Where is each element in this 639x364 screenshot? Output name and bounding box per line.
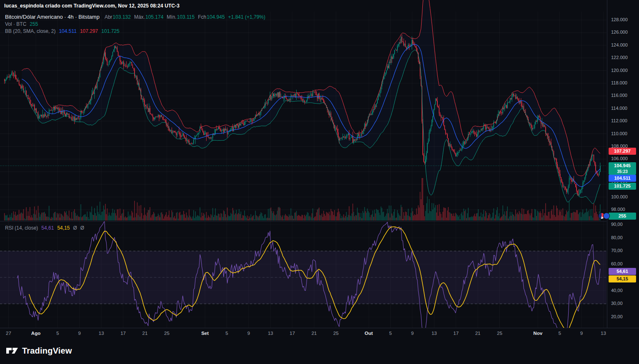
- tradingview-logo-icon: [6, 346, 18, 356]
- time-axis-day-label: 13: [93, 331, 110, 336]
- axis-tick-label: 106.000: [611, 156, 628, 161]
- axis-tick-label: 80,00: [611, 235, 623, 240]
- rsi-ma-value: 54,15: [57, 225, 70, 231]
- tradingview-watermark[interactable]: TradingView: [6, 346, 72, 356]
- close-pair: Fch104.945: [198, 14, 225, 20]
- bb-lower-value: 101.725: [101, 28, 119, 34]
- close-value: 104.945: [207, 14, 225, 20]
- rsi-legend[interactable]: RSI (14, close) 54,61 54,15 Ø Ø: [5, 225, 84, 231]
- volume-value: 255: [30, 21, 38, 27]
- rsi-value: 54,61: [41, 225, 54, 231]
- time-axis-day-label: 25: [328, 331, 344, 336]
- bb-basis-tag: 104.511: [609, 175, 636, 182]
- time-axis-month-label: Set: [197, 331, 213, 336]
- axis-tick-label: 110.000: [611, 131, 627, 136]
- bb-basis-value: 104.511: [59, 28, 77, 34]
- time-axis-day-label: 13: [426, 331, 442, 336]
- bb-upper-tag: 107.297: [609, 148, 636, 155]
- attribution-bar: lucas_espindola criado com TradingView.c…: [0, 0, 639, 12]
- time-axis-day-label: 25: [158, 331, 175, 336]
- volume-legend[interactable]: Vol · BTC 255: [5, 21, 38, 27]
- time-axis-day-label: 5: [382, 331, 399, 336]
- high-value: 105.174: [145, 14, 163, 20]
- axis-tick-label: 128.000: [611, 17, 628, 22]
- open-value: 103.132: [113, 14, 131, 20]
- rsi-label: RSI (14, close): [5, 225, 38, 231]
- axis-tick-label: 126.000: [611, 30, 628, 35]
- rsi-value-tag: 54,61: [609, 268, 636, 275]
- bollinger-label: BB (20, SMA, close, 2): [5, 28, 55, 34]
- axis-tick-label: 30,00: [611, 301, 623, 306]
- axis-tick-label: 114.000: [611, 106, 627, 111]
- axis-tick-label: 100.000: [611, 194, 628, 199]
- axis-tick-label: 90,00: [611, 222, 623, 227]
- time-axis[interactable]: 27Ago5913172125Set5913172125Out591317212…: [0, 328, 639, 340]
- time-axis-day-label: 25: [492, 331, 508, 336]
- time-axis-day-label: 17: [115, 331, 132, 336]
- time-axis-day-label: 21: [469, 331, 486, 336]
- close-label: Fch: [198, 14, 206, 20]
- time-axis-month-label: Out: [360, 331, 377, 336]
- symbol-title[interactable]: Bitcoin/Dólar Americano · 4h · Bitstamp: [5, 14, 100, 20]
- high-label: Máx.: [134, 14, 145, 20]
- time-axis-month-label: Nov: [529, 331, 546, 336]
- price-axis[interactable]: 128.000126.000124.000122.000120.000118.0…: [607, 0, 639, 328]
- time-axis-day-label: 5: [552, 331, 568, 336]
- time-axis-day-label: 9: [573, 331, 590, 336]
- bb-upper-value: 107.297: [80, 28, 98, 34]
- time-axis-month-label: Ago: [27, 331, 44, 336]
- symbol-logos: [598, 213, 610, 219]
- axis-tick-label: 124.000: [611, 42, 628, 47]
- last-price-tag: 104.94535:23: [609, 162, 636, 175]
- chart-canvas[interactable]: [0, 0, 607, 328]
- bollinger-legend[interactable]: BB (20, SMA, close, 2) 104.511 107.297 1…: [5, 28, 120, 34]
- time-axis-day-label: 21: [306, 331, 322, 336]
- time-axis-day-label: 17: [448, 331, 464, 336]
- axis-tick-label: 112.000: [611, 118, 627, 123]
- time-axis-day-label: 17: [284, 331, 301, 336]
- time-axis-day-label: 13: [595, 331, 612, 336]
- low-pair: Mín.103.115: [167, 14, 195, 20]
- low-value: 103.115: [177, 14, 195, 20]
- axis-tick-label: 70,00: [611, 248, 623, 253]
- time-axis-day-label: 5: [219, 331, 235, 336]
- volume-label: Vol · BTC: [5, 21, 26, 27]
- time-axis-day-label: 21: [137, 331, 153, 336]
- attribution-text: lucas_espindola criado com TradingView.c…: [4, 3, 180, 9]
- axis-tick-label: 40,00: [611, 288, 623, 293]
- time-axis-day-label: 9: [71, 331, 88, 336]
- axis-tick-label: 122.000: [611, 55, 628, 60]
- open-label: Abr: [105, 14, 112, 20]
- change-value: +1.841 (+1,79%): [228, 14, 265, 20]
- low-label: Mín.: [167, 14, 176, 20]
- axis-tick-label: 118.000: [611, 80, 627, 85]
- axis-tick-label: 20,00: [611, 314, 623, 319]
- axis-tick-label: 98.000: [611, 207, 625, 212]
- symbol-legend: Bitcoin/Dólar Americano · 4h · Bitstamp …: [5, 14, 265, 20]
- axis-tick-label: 116.000: [611, 93, 627, 98]
- usd-flag-icon: [603, 213, 610, 219]
- rsi-ma-tag: 54,15: [609, 275, 636, 282]
- brand-name: TradingView: [22, 346, 72, 356]
- time-axis-day-label: 13: [262, 331, 279, 336]
- time-axis-day-label: 9: [404, 331, 421, 336]
- high-pair: Máx.105.174: [134, 14, 163, 20]
- time-axis-day-label: 5: [49, 331, 66, 336]
- rsi-null-icon-1[interactable]: Ø: [73, 225, 77, 231]
- tradingview-chart-snapshot: lucas_espindola criado com TradingView.c…: [0, 0, 639, 364]
- volume-tag: 255: [609, 213, 636, 220]
- open-pair: Abr103.132: [105, 14, 131, 20]
- axis-tick-label: 120.000: [611, 68, 628, 73]
- axis-tick-label: 60,00: [611, 261, 623, 266]
- time-axis-day-label: 9: [240, 331, 257, 336]
- rsi-null-icon-2[interactable]: Ø: [80, 225, 84, 231]
- time-axis-day-label: 27: [0, 331, 17, 336]
- bb-lower-tag: 101.725: [609, 183, 636, 190]
